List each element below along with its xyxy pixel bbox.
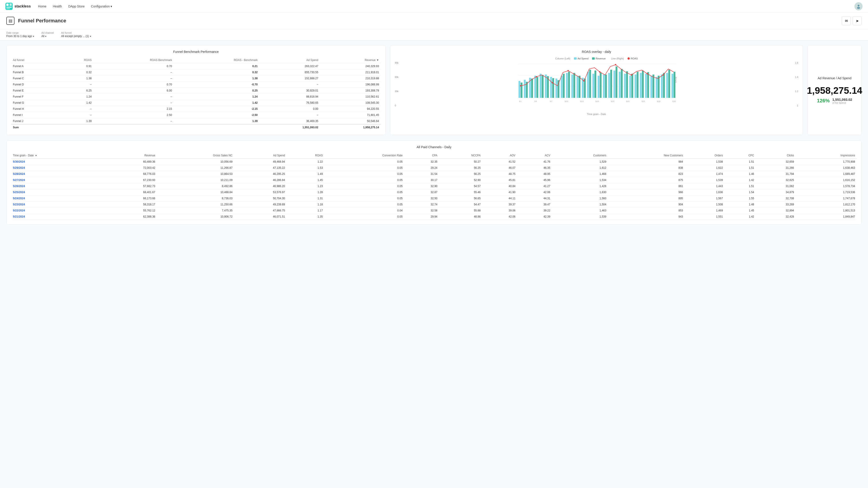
daily-date[interactable]: 5/23/2024 [11, 201, 104, 207]
daily-table-row: 5/29/2024 72,003.42 11,266.87 47,135.22 … [11, 165, 857, 171]
funnel-diff: -0.70 [174, 82, 259, 88]
chart-bar-ad-spend [539, 74, 541, 98]
chart-x-date-label: 5/19 [611, 100, 614, 102]
user-avatar[interactable] [855, 2, 863, 10]
daily-col-new-customers: New Customers [608, 153, 685, 159]
brand-logo-link[interactable]: stackless [5, 3, 31, 10]
chart-bar-ad-spend [661, 74, 663, 98]
chart-bar-ad-spend [592, 74, 594, 98]
date-range-filter: Date range From 30 to 1 day ago [6, 31, 34, 38]
chart-bar-ad-spend [624, 74, 626, 98]
ad-funnel-value[interactable]: All except (empty ... (1) [61, 35, 91, 38]
chart-bar-revenue [541, 75, 544, 98]
chart-bar-revenue [536, 77, 538, 98]
legend-ad-spend-label: Ad Spend [578, 57, 588, 60]
nav-home[interactable]: Home [38, 4, 46, 9]
funnel-diff: 1.42 [174, 100, 259, 106]
funnel-roas: – [58, 112, 93, 118]
daily-date[interactable]: 5/21/2024 [11, 214, 104, 220]
funnel-revenue: 211,918.01 [320, 69, 381, 75]
chart-bar-ad-spend [650, 76, 652, 98]
chart-x-date-label: 5/25 [642, 100, 645, 102]
svg-rect-5 [6, 8, 10, 9]
chart-bar-revenue [589, 70, 591, 98]
ad-spend-legend-box [574, 57, 577, 60]
funnel-table-row: Funnel G 1.42 – 1.42 76,580.65 108,545.3… [11, 100, 381, 106]
legend-line-label: Line (Right) [611, 57, 624, 60]
chart-bar-ad-spend [608, 73, 610, 98]
funnel-benchmark-title: Funnel Benchmark Performance [11, 50, 381, 54]
date-range-value[interactable]: From 30 to 1 day ago [6, 35, 34, 38]
funnel-ad-spend: 88,818.94 [259, 94, 320, 100]
chart-bar-revenue [557, 80, 559, 98]
legend-revenue-label: Revenue [596, 57, 606, 60]
chart-bar-ad-spend [577, 76, 578, 98]
avatar-icon [856, 4, 861, 9]
funnel-table-row: Funnel H – 2.15 -2.15 0.00 94,220.55 [11, 106, 381, 112]
chart-bar-ad-spend [587, 72, 589, 98]
kpi-detail-number: 1,551,093.02 [832, 98, 852, 101]
funnel-ad-spend: – [259, 82, 320, 88]
chart-roas-dot [631, 74, 632, 76]
daily-date[interactable]: 5/30/2024 [11, 159, 104, 165]
col-ad-funnel: Ad funnel [11, 57, 58, 63]
chart-roas-dot [599, 71, 600, 72]
nav-dapp[interactable]: DApp Store [68, 4, 85, 9]
funnel-table-row: Funnel E 6.25 6.00 0.25 30,929.01 193,30… [11, 88, 381, 94]
funnel-name: Funnel D [11, 82, 58, 88]
revenue-legend-box [592, 57, 595, 60]
email-button[interactable]: ✉ [842, 16, 851, 25]
funnel-table-row: Funnel C 1.38 – 1.38 152,888.27 210,319.… [11, 75, 381, 82]
chart-bar-revenue [610, 70, 612, 98]
nav-health[interactable]: Health [53, 4, 62, 9]
daily-table-row: 5/27/2024 67,230.93 10,211.09 46,286.84 … [11, 177, 857, 183]
daily-date[interactable]: 5/27/2024 [11, 177, 104, 183]
funnel-revenue: 71,801.45 [320, 112, 381, 118]
roas-chart-panel: ROAS overlay - daily Column (Left) Ad Sp… [390, 45, 803, 135]
ad-funnel-filter: Ad funnel All except (empty ... (1) [61, 31, 91, 38]
nav-links: Home Health DApp Store Configuration ▾ [38, 4, 847, 9]
legend-revenue: Revenue [592, 57, 606, 60]
send-button[interactable]: ➤ [852, 16, 862, 25]
chart-bar-ad-spend [671, 74, 673, 98]
daily-date[interactable]: 5/22/2024 [11, 207, 104, 214]
col-roas-diff: ROAS - Benchmark [174, 57, 259, 63]
funnel-table-row: Funnel I – 2.50 -2.50 – 71,801.45 [11, 112, 381, 118]
chart-bar-revenue [605, 74, 607, 98]
col-revenue[interactable]: Revenue ▼ [320, 57, 381, 63]
chart-bar-ad-spend [550, 77, 552, 98]
legend-ad-spend: Ad Spend [574, 57, 588, 60]
nav-config[interactable]: Configuration ▾ [91, 4, 112, 9]
funnel-benchmark: – [93, 94, 174, 100]
page-header: ▤ Funnel Performance ✉ ➤ [0, 13, 868, 29]
chart-bar-ad-spend [634, 74, 636, 98]
daily-date[interactable]: 5/26/2024 [11, 183, 104, 189]
daily-date[interactable]: 5/25/2024 [11, 189, 104, 195]
daily-col-date[interactable]: Time grain - Date ▼ [11, 153, 104, 159]
funnel-ad-spend: 36,469.35 [259, 118, 320, 125]
svg-point-6 [858, 5, 860, 6]
funnel-benchmark: 0.70 [93, 63, 174, 69]
daily-date[interactable]: 5/29/2024 [11, 165, 104, 171]
chart-roas-dot [567, 70, 569, 71]
chart-bar-ad-spend [603, 74, 604, 98]
ad-channel-value[interactable]: All [41, 35, 54, 38]
funnel-name: Funnel J [11, 118, 58, 125]
daily-col-cpa: CPA [404, 153, 439, 159]
chart-bar-revenue [673, 72, 675, 98]
chart-bar-revenue [579, 76, 580, 98]
funnel-benchmark: 2.50 [93, 112, 174, 118]
funnel-revenue: 50,546.64 [320, 118, 381, 125]
daily-col-gross-sales: Gross Sales NC [157, 153, 235, 159]
daily-table-scroll[interactable]: Time grain - Date ▼ Revenue Gross Sales … [11, 153, 857, 220]
funnel-name: Funnel H [11, 106, 58, 112]
daily-col-impressions: Impressions [796, 153, 857, 159]
chart-bar-ad-spend [655, 77, 657, 98]
roas-chart-title: ROAS overlay - daily [395, 50, 798, 54]
chart-bar-revenue [642, 70, 644, 98]
col-roas-benchmark: ROAS Benchmark [93, 57, 174, 63]
chart-bar-revenue [626, 71, 628, 98]
chart-bar-ad-spend [571, 74, 573, 98]
daily-date[interactable]: 5/24/2024 [11, 195, 104, 201]
daily-date[interactable]: 5/28/2024 [11, 171, 104, 177]
